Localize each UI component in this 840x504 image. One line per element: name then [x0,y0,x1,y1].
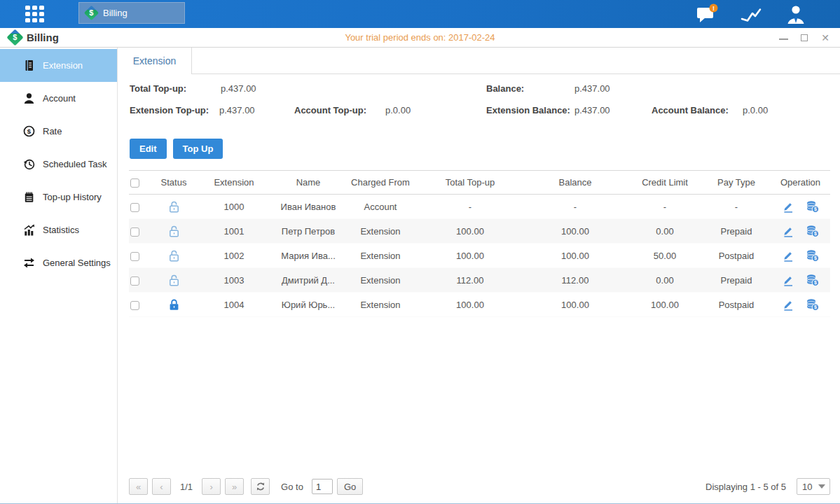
svg-text:$: $ [27,127,31,135]
displaying-text: Displaying 1 - 5 of 5 [705,482,786,492]
svg-text:$: $ [814,280,817,286]
sidebar-item-label: Account [43,93,76,104]
total-topup-cell: - [418,202,523,212]
column-header-extension: Extension [195,177,273,188]
charged-from-cell: Extension [343,226,418,237]
top-up-coins-icon: $ [806,200,819,213]
sidebar-item-general-settings[interactable]: General Settings [0,246,117,279]
svg-text:$: $ [814,255,817,261]
column-header-credit-limit: Credit Limit [628,177,702,188]
sidebar-item-topup-history[interactable]: Top-up History [0,181,117,214]
svg-text:$: $ [814,206,817,212]
edit-pencil-icon [782,298,794,311]
row-checkbox[interactable] [130,203,139,212]
app-window: $ Billing ! [0,0,840,504]
edit-row-button[interactable] [782,249,794,262]
extension-balance-value: p.437.00 [574,105,610,115]
operation-cell: $ [771,298,830,311]
row-checkbox[interactable] [130,252,139,261]
last-page-button[interactable]: » [225,478,244,495]
billing-logo-icon: $ [6,29,23,46]
sidebar: Extension Account $ Rate Scheduled Task [0,48,118,503]
edit-pencil-icon [782,200,794,213]
extension-cell: 1001 [195,226,273,237]
extension-cell: 1004 [195,300,273,310]
maximize-button[interactable] [799,33,809,43]
table-body: 1000 Иван Иванов Account - - - - [129,195,830,317]
edit-row-button[interactable] [782,200,794,213]
row-checkbox[interactable] [130,276,139,286]
total-topup-cell: 112.00 [418,275,523,286]
extension-cell: 1002 [195,251,273,261]
account-topup-label: Account Top-up: [294,105,366,115]
minimize-button[interactable] [778,33,788,43]
window-header: $ Billing Your trial period ends on: 201… [0,28,840,48]
edit-button[interactable]: Edit [130,139,167,159]
app-launcher-icon[interactable] [25,6,48,22]
page-indicator: 1/1 [180,482,193,492]
table-row[interactable]: 1002 Мария Ива... Extension 100.00 100.0… [129,244,830,268]
top-up-row-button[interactable]: $ [806,200,819,213]
lock-closed-icon [168,298,180,312]
operation-cell: $ [771,225,830,237]
row-checkbox[interactable] [130,227,139,237]
top-up-row-button[interactable]: $ [806,249,819,262]
edit-row-button[interactable] [782,298,794,311]
status-cell [153,225,195,238]
column-header-status: Status [153,177,195,188]
lock-open-icon [168,249,180,262]
operation-cell: $ [771,274,830,286]
operation-cell: $ [771,249,830,262]
user-icon[interactable] [784,4,808,24]
sidebar-item-rate[interactable]: $ Rate [0,115,117,148]
total-topup-cell: 100.00 [418,226,523,237]
extension-cell: 1003 [195,275,273,286]
table-row[interactable]: 1001 Петр Петров Extension 100.00 100.00… [129,219,830,244]
sidebar-item-scheduled-task[interactable]: Scheduled Task [0,148,117,181]
top-up-row-button[interactable]: $ [806,225,819,237]
edit-pencil-icon [782,249,794,262]
edit-row-button[interactable] [782,225,794,237]
prev-page-button[interactable]: ‹ [152,478,171,495]
credit-limit-cell: 100.00 [628,300,702,310]
refresh-button[interactable] [251,478,270,495]
sidebar-item-statistics[interactable]: Statistics [0,214,117,246]
select-all-checkbox[interactable] [130,178,139,188]
top-up-row-button[interactable]: $ [806,298,819,311]
top-up-button[interactable]: Top Up [173,139,223,159]
edit-pencil-icon [782,274,794,286]
close-button[interactable]: ✕ [820,33,830,43]
sidebar-item-account[interactable]: Account [0,82,117,115]
tab-extension[interactable]: Extension [118,48,192,74]
top-up-coins-icon: $ [806,249,819,262]
goto-page-input[interactable] [312,479,333,494]
status-cell [153,200,195,214]
account-balance-label: Account Balance: [652,105,729,115]
edit-pencil-icon [782,225,794,237]
total-topup-cell: 100.00 [418,251,523,261]
balance-cell: 100.00 [523,300,628,310]
topbar-actions: ! [694,0,808,28]
balance-cell: 100.00 [523,251,628,261]
table-row[interactable]: 1004 Юрий Юрь... Extension 100.00 100.00… [129,293,830,317]
edit-row-button[interactable] [782,274,794,286]
pay-type-cell: Prepaid [702,226,771,237]
summary-panel: Total Top-up: p.437.00 Balance: p.437.00… [118,74,840,134]
top-up-row-button[interactable]: $ [806,274,819,286]
next-page-button[interactable]: › [202,478,221,495]
person-icon [22,92,35,104]
total-topup-label: Total Top-up: [130,83,186,94]
table-header: Status Extension Name Charged From Total… [129,170,830,195]
sidebar-item-extension[interactable]: Extension [0,49,117,82]
notifications-icon[interactable]: ! [694,4,718,24]
topbar-tab-billing[interactable]: $ Billing [78,2,185,24]
table-row[interactable]: 1000 Иван Иванов Account - - - - [129,195,830,219]
exchange-arrows-icon [22,257,35,269]
table-row[interactable]: 1003 Дмитрий Д... Extension 112.00 112.0… [129,268,830,293]
reports-icon[interactable] [739,4,763,24]
first-page-button[interactable]: « [129,478,148,495]
go-button[interactable]: Go [337,478,363,495]
page-size-select[interactable]: 10 [797,478,830,495]
row-checkbox[interactable] [130,301,139,310]
column-header-charged-from: Charged From [343,177,418,188]
